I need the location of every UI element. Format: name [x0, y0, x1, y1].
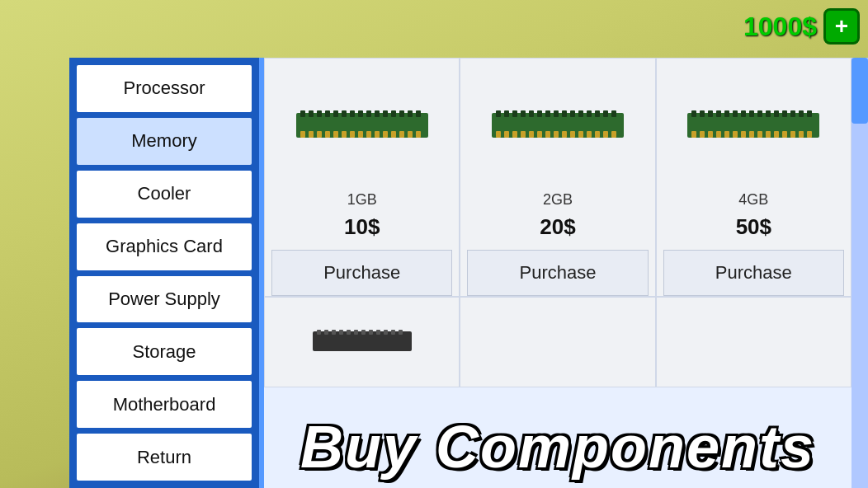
svg-rect-47: [496, 131, 501, 138]
purchase-button-4gb[interactable]: Purchase: [663, 250, 844, 296]
svg-rect-105: [399, 330, 403, 335]
add-currency-button[interactable]: +: [823, 8, 860, 45]
svg-rect-102: [376, 330, 380, 335]
ram-image-partial: [313, 328, 412, 357]
svg-rect-103: [384, 330, 388, 335]
svg-rect-8: [358, 110, 363, 117]
sidebar-item-return[interactable]: Return: [75, 432, 253, 482]
svg-rect-44: [595, 110, 600, 117]
svg-rect-34: [512, 110, 517, 117]
product-price-3: 50$: [736, 211, 771, 243]
svg-rect-59: [595, 131, 600, 138]
svg-rect-82: [724, 131, 729, 138]
sidebar-item-processor[interactable]: Processor: [75, 63, 253, 114]
svg-rect-33: [504, 110, 509, 117]
product-cell-partial-2: [460, 297, 655, 387]
scrollbar-thumb[interactable]: [851, 58, 868, 124]
svg-rect-54: [554, 131, 559, 138]
buy-components-overlay: Buy Components: [264, 406, 851, 488]
svg-rect-89: [782, 131, 787, 138]
svg-rect-29: [408, 131, 413, 138]
ram-image-1gb: [296, 106, 428, 143]
svg-rect-57: [578, 131, 583, 138]
svg-rect-70: [749, 110, 754, 117]
svg-rect-75: [790, 110, 795, 117]
svg-rect-46: [611, 110, 616, 117]
product-cell-4gb: 4GB 50$ Purchase: [656, 58, 851, 297]
svg-rect-20: [333, 131, 338, 138]
svg-rect-80: [708, 131, 713, 138]
svg-rect-77: [807, 110, 812, 117]
svg-rect-1: [300, 110, 305, 117]
svg-rect-84: [741, 131, 746, 138]
svg-rect-63: [691, 110, 696, 117]
svg-rect-18: [317, 131, 322, 138]
product-info-2gb: 2GB 20$: [540, 182, 575, 246]
sidebar-item-storage[interactable]: Storage: [75, 326, 253, 377]
main-panel: Processor Memory Cooler Graphics Card Po…: [69, 58, 868, 488]
svg-rect-94: [317, 330, 321, 335]
svg-rect-61: [611, 131, 616, 138]
svg-rect-79: [700, 131, 705, 138]
svg-rect-98: [347, 330, 351, 335]
svg-rect-51: [529, 131, 534, 138]
svg-rect-90: [790, 131, 795, 138]
svg-rect-85: [749, 131, 754, 138]
svg-rect-64: [700, 110, 705, 117]
svg-rect-4: [325, 110, 330, 117]
svg-rect-52: [537, 131, 542, 138]
svg-rect-12: [391, 110, 396, 117]
svg-rect-26: [383, 131, 388, 138]
svg-rect-66: [716, 110, 721, 117]
svg-rect-53: [545, 131, 550, 138]
product-price-1: 10$: [344, 211, 380, 243]
svg-rect-30: [416, 131, 421, 138]
svg-rect-72: [766, 110, 771, 117]
content-area: 1GB 10$ Purchase: [259, 58, 868, 488]
sidebar-item-graphics-card[interactable]: Graphics Card: [75, 222, 253, 272]
svg-rect-9: [366, 110, 371, 117]
svg-rect-25: [375, 131, 380, 138]
svg-rect-83: [733, 131, 738, 138]
svg-rect-39: [554, 110, 559, 117]
purchase-button-1gb[interactable]: Purchase: [271, 250, 452, 296]
svg-rect-2: [309, 110, 314, 117]
sidebar-item-cooler[interactable]: Cooler: [75, 169, 253, 219]
sidebar-item-motherboard[interactable]: Motherboard: [75, 379, 253, 429]
svg-rect-95: [324, 330, 328, 335]
svg-rect-37: [537, 110, 542, 117]
product-cell-1gb: 1GB 10$ Purchase: [264, 58, 460, 297]
product-cell-partial-3: [656, 297, 851, 387]
svg-rect-56: [570, 131, 575, 138]
svg-rect-17: [309, 131, 314, 138]
svg-rect-92: [807, 131, 812, 138]
product-image-1gb: [271, 67, 452, 182]
sidebar-item-power-supply[interactable]: Power Supply: [75, 274, 253, 325]
svg-rect-32: [496, 110, 501, 117]
svg-rect-43: [587, 110, 592, 117]
svg-rect-88: [774, 131, 779, 138]
scrollbar[interactable]: [851, 58, 868, 488]
svg-rect-10: [375, 110, 380, 117]
svg-rect-69: [741, 110, 746, 117]
svg-rect-104: [391, 330, 395, 335]
product-info-4gb: 4GB 50$: [736, 182, 771, 246]
svg-rect-28: [399, 131, 404, 138]
svg-rect-91: [799, 131, 804, 138]
svg-rect-67: [724, 110, 729, 117]
svg-rect-23: [358, 131, 363, 138]
svg-rect-40: [562, 110, 567, 117]
svg-rect-35: [521, 110, 526, 117]
sidebar-item-memory[interactable]: Memory: [75, 116, 253, 167]
svg-rect-101: [369, 330, 373, 335]
svg-rect-16: [300, 131, 305, 138]
svg-rect-48: [504, 131, 509, 138]
svg-rect-99: [354, 330, 358, 335]
svg-rect-27: [391, 131, 396, 138]
svg-rect-55: [562, 131, 567, 138]
svg-rect-7: [350, 110, 355, 117]
purchase-button-2gb[interactable]: Purchase: [467, 250, 648, 296]
product-size-1: 1GB: [344, 189, 380, 211]
product-image-2gb: [467, 67, 648, 182]
buy-components-title: Buy Components: [300, 413, 815, 481]
